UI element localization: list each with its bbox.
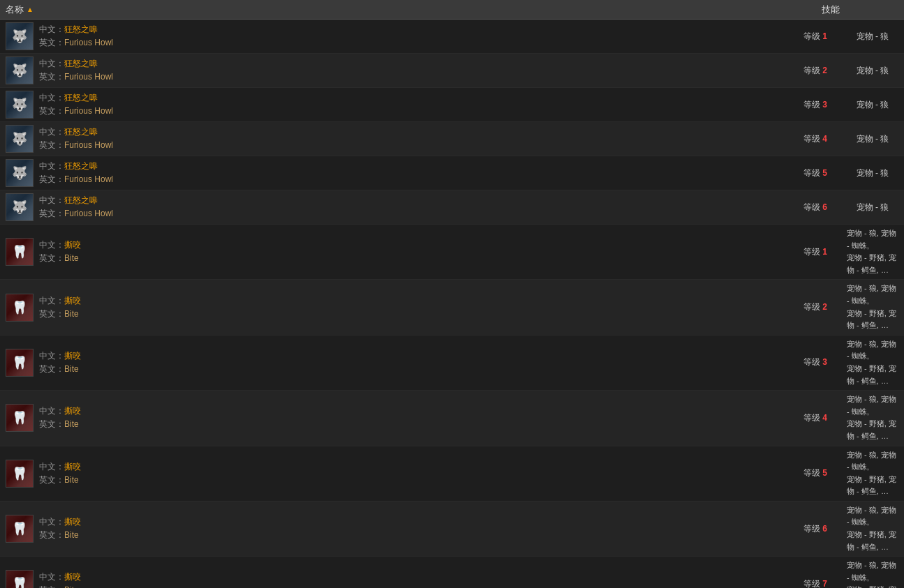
bite-icon: 🦷 bbox=[6, 571, 33, 588]
skill-text: 宠物 - 狼 bbox=[857, 31, 889, 41]
en-name: Bite bbox=[64, 475, 79, 485]
table-body: 🐺 中文：狂怒之嗥 英文：Furious Howl 等级 1 宠物 - 狼 🐺 bbox=[0, 20, 904, 588]
en-label: 英文： bbox=[39, 419, 64, 429]
zh-name-line: 中文：撕咬 bbox=[39, 461, 81, 473]
name-cell: 🦷 中文：撕咬 英文：Bite bbox=[0, 291, 757, 324]
bite-icon: 🦷 bbox=[6, 239, 33, 265]
zh-name: 狂怒之嗥 bbox=[64, 161, 98, 171]
name-cell: 🦷 中文：撕咬 英文：Bite bbox=[0, 346, 757, 379]
skill-icon: 🐺 bbox=[6, 159, 34, 187]
name-column-header[interactable]: 名称 ▲ bbox=[0, 3, 757, 16]
en-name: Bite bbox=[64, 530, 79, 540]
zh-name-line: 中文：撕咬 bbox=[39, 405, 81, 417]
skill-icon: 🦷 bbox=[6, 460, 34, 488]
table-row[interactable]: 🐺 中文：狂怒之嗥 英文：Furious Howl 等级 5 宠物 - 狼 bbox=[0, 156, 904, 190]
skill-cell: 宠物 - 狼 bbox=[841, 28, 904, 45]
skill-icon: 🐺 bbox=[6, 193, 34, 221]
name-info: 中文：撕咬 英文：Bite bbox=[39, 295, 81, 320]
skill-column-header[interactable]: 技能 bbox=[757, 3, 904, 16]
skill-icon: 🦷 bbox=[6, 515, 34, 543]
en-name-line: 英文：Bite bbox=[39, 529, 81, 541]
en-name: Furious Howl bbox=[64, 72, 113, 82]
zh-label: 中文： bbox=[39, 24, 64, 34]
skill-line1: 宠物 - 狼, 宠物 - 蜘蛛, bbox=[847, 449, 898, 474]
skill-icon: 🦷 bbox=[6, 404, 34, 432]
skill-cell: 宠物 - 狼, 宠物 - 蜘蛛,宠物 - 野猪, 宠物 - 鳄鱼, … bbox=[841, 336, 904, 390]
zh-name-line: 中文：撕咬 bbox=[39, 239, 81, 251]
en-name: Bite bbox=[64, 253, 79, 263]
name-cell: 🐺 中文：狂怒之嗥 英文：Furious Howl bbox=[0, 54, 757, 87]
en-name-line: 英文：Furious Howl bbox=[39, 37, 113, 49]
skill-icon: 🐺 bbox=[6, 22, 34, 50]
table-row[interactable]: 🐺 中文：狂怒之嗥 英文：Furious Howl 等级 3 宠物 - 狼 bbox=[0, 88, 904, 122]
en-label: 英文： bbox=[39, 585, 64, 588]
table-row[interactable]: 🐺 中文：狂怒之嗥 英文：Furious Howl 等级 2 宠物 - 狼 bbox=[0, 54, 904, 88]
level-cell: 等级 3 bbox=[757, 99, 841, 111]
table-row[interactable]: 🐺 中文：狂怒之嗥 英文：Furious Howl 等级 6 宠物 - 狼 bbox=[0, 190, 904, 225]
en-label: 英文： bbox=[39, 530, 64, 540]
name-info: 中文：狂怒之嗥 英文：Furious Howl bbox=[39, 126, 113, 151]
skill-line2: 宠物 - 野猪, 宠物 - 鳄鱼, … bbox=[847, 529, 898, 553]
en-name-line: 英文：Bite bbox=[39, 474, 81, 486]
zh-label: 中文： bbox=[39, 296, 64, 306]
skill-cell: 宠物 - 狼 bbox=[841, 130, 904, 148]
level-cell: 等级 7 bbox=[757, 578, 841, 588]
skill-line2: 宠物 - 野猪, 宠物 - 鳄鱼, … bbox=[847, 252, 898, 276]
en-name-line: 英文：Bite bbox=[39, 419, 81, 430]
en-name-line: 英文：Bite bbox=[39, 363, 81, 375]
zh-name: 撕咬 bbox=[64, 296, 81, 306]
bite-icon: 🦷 bbox=[6, 515, 33, 542]
zh-name-line: 中文：狂怒之嗥 bbox=[39, 195, 113, 206]
skill-text: 宠物 - 狼 bbox=[857, 202, 889, 212]
level-cell: 等级 5 bbox=[757, 467, 841, 479]
zh-label: 中文： bbox=[39, 127, 64, 137]
name-info: 中文：撕咬 英文：Bite bbox=[39, 405, 81, 430]
name-cell: 🦷 中文：撕咬 英文：Bite bbox=[0, 567, 757, 588]
en-name-line: 英文：Furious Howl bbox=[39, 208, 113, 220]
table-row[interactable]: 🦷 中文：撕咬 英文：Bite 等级 3 宠物 - 狼, 宠物 - 蜘蛛,宠物 … bbox=[0, 336, 904, 391]
skill-cell: 宠物 - 狼 bbox=[841, 96, 904, 114]
level-cell: 等级 6 bbox=[757, 202, 841, 213]
zh-label: 中文： bbox=[39, 195, 64, 205]
skill-line2: 宠物 - 野猪, 宠物 - 鳄鱼, … bbox=[847, 308, 898, 332]
zh-name: 狂怒之嗥 bbox=[64, 93, 98, 103]
skill-line2: 宠物 - 野猪, 宠物 - 鳄鱼, … bbox=[847, 418, 898, 442]
table-row[interactable]: 🐺 中文：狂怒之嗥 英文：Furious Howl 等级 4 宠物 - 狼 bbox=[0, 122, 904, 156]
skill-cell: 宠物 - 狼 bbox=[841, 62, 904, 80]
en-name-line: 英文：Furious Howl bbox=[39, 174, 113, 186]
zh-label: 中文： bbox=[39, 517, 64, 527]
zh-label: 中文： bbox=[39, 462, 64, 472]
en-label: 英文： bbox=[39, 140, 64, 150]
name-cell: 🦷 中文：撕咬 英文：Bite bbox=[0, 401, 757, 435]
skill-line2: 宠物 - 野猪, 宠物 - 鳄鱼, … bbox=[847, 363, 898, 387]
table-row[interactable]: 🦷 中文：撕咬 英文：Bite 等级 2 宠物 - 狼, 宠物 - 蜘蛛,宠物 … bbox=[0, 280, 904, 335]
name-info: 中文：狂怒之嗥 英文：Furious Howl bbox=[39, 160, 113, 186]
table-row[interactable]: 🦷 中文：撕咬 英文：Bite 等级 1 宠物 - 狼, 宠物 - 蜘蛛,宠物 … bbox=[0, 225, 904, 280]
name-info: 中文：撕咬 英文：Bite bbox=[39, 571, 81, 588]
table-row[interactable]: 🦷 中文：撕咬 英文：Bite 等级 7 宠物 - 狼, 宠物 - 蜘蛛,宠物 … bbox=[0, 557, 904, 588]
table-row[interactable]: 🐺 中文：狂怒之嗥 英文：Furious Howl 等级 1 宠物 - 狼 bbox=[0, 20, 904, 54]
skills-table: 名称 ▲ 技能 🐺 中文：狂怒之嗥 英文：Furious Howl 等级 1 宠… bbox=[0, 0, 904, 588]
table-row[interactable]: 🦷 中文：撕咬 英文：Bite 等级 5 宠物 - 狼, 宠物 - 蜘蛛,宠物 … bbox=[0, 446, 904, 502]
en-name: Bite bbox=[64, 364, 79, 374]
wolf-icon: 🐺 bbox=[6, 23, 33, 50]
name-header-label: 名称 bbox=[6, 3, 24, 16]
bite-icon: 🦷 bbox=[6, 294, 33, 321]
zh-name: 撕咬 bbox=[64, 406, 81, 416]
name-cell: 🦷 中文：撕咬 英文：Bite bbox=[0, 512, 757, 545]
level-cell: 等级 3 bbox=[757, 356, 841, 368]
zh-label: 中文： bbox=[39, 93, 64, 103]
zh-label: 中文： bbox=[39, 161, 64, 171]
skill-cell: 宠物 - 狼 bbox=[841, 199, 904, 216]
en-name-line: 英文：Furious Howl bbox=[39, 105, 113, 117]
zh-name: 狂怒之嗥 bbox=[64, 127, 98, 137]
en-name: Bite bbox=[64, 585, 79, 588]
skill-cell: 宠物 - 狼, 宠物 - 蜘蛛,宠物 - 野猪, 宠物 - 鳄鱼, … bbox=[841, 557, 904, 588]
skill-icon: 🐺 bbox=[6, 91, 34, 119]
en-label: 英文： bbox=[39, 209, 64, 218]
table-row[interactable]: 🦷 中文：撕咬 英文：Bite 等级 4 宠物 - 狼, 宠物 - 蜘蛛,宠物 … bbox=[0, 391, 904, 446]
en-name-line: 英文：Bite bbox=[39, 585, 81, 588]
skill-text: 宠物 - 狼 bbox=[857, 66, 889, 75]
zh-name-line: 中文：撕咬 bbox=[39, 350, 81, 362]
table-row[interactable]: 🦷 中文：撕咬 英文：Bite 等级 6 宠物 - 狼, 宠物 - 蜘蛛,宠物 … bbox=[0, 502, 904, 557]
